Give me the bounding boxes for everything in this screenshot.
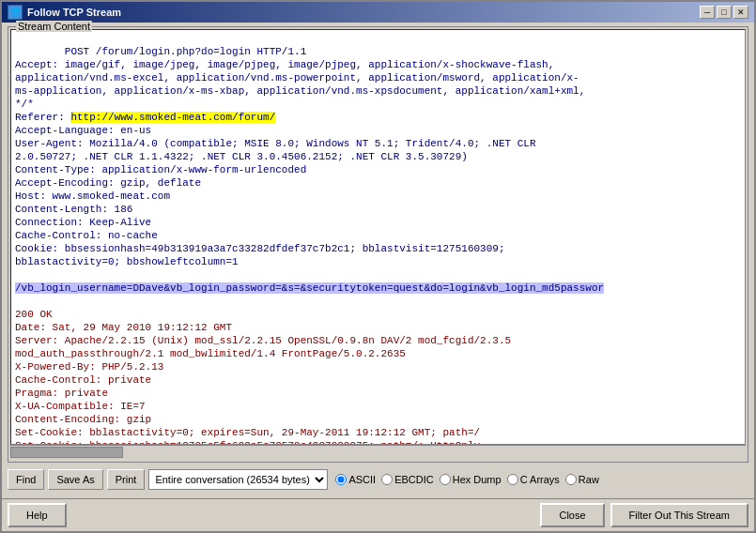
bottom-bar: Help Close Filter Out This Stream xyxy=(2,498,754,531)
title-bar-left: 🌐 Follow TCP Stream xyxy=(8,5,121,20)
radio-raw-label: Raw xyxy=(579,474,599,485)
title-buttons: ─ □ ✕ xyxy=(700,6,748,19)
radio-carrays-input[interactable] xyxy=(507,474,518,485)
stream-select[interactable]: Entire conversation (26534 bytes) xyxy=(148,469,328,490)
radio-group: ASCII EBCDIC Hex Dump C Arrays Raw xyxy=(335,474,598,485)
hscroll-thumb[interactable] xyxy=(10,447,123,458)
radio-hexdump-label: Hex Dump xyxy=(453,474,501,485)
radio-hexdump-input[interactable] xyxy=(440,474,451,485)
stream-text-line1: POST /forum/login.php?do=login HTTP/1.1 … xyxy=(15,46,604,445)
radio-ebcdic[interactable]: EBCDIC xyxy=(381,474,434,485)
follow-tcp-stream-window: 🌐 Follow TCP Stream ─ □ ✕ Stream Content… xyxy=(0,0,756,533)
help-button[interactable]: Help xyxy=(8,503,67,527)
stream-content-group: Stream Content POST /forum/login.php?do=… xyxy=(8,26,748,463)
bottom-right-buttons: Close Filter Out This Stream xyxy=(540,503,748,527)
window-title: Follow TCP Stream xyxy=(27,7,121,18)
bottom-left-buttons: Help xyxy=(8,503,67,527)
close-window-button[interactable]: ✕ xyxy=(733,6,748,19)
horizontal-scrollbar[interactable] xyxy=(10,445,746,460)
radio-ascii-label: ASCII xyxy=(348,474,376,485)
radio-hex-dump[interactable]: Hex Dump xyxy=(440,474,501,485)
radio-ebcdic-input[interactable] xyxy=(381,474,393,485)
radio-ascii-input[interactable] xyxy=(335,474,347,485)
radio-ascii[interactable]: ASCII xyxy=(335,474,376,485)
filter-out-button[interactable]: Filter Out This Stream xyxy=(610,503,748,527)
save-as-button[interactable]: Save As xyxy=(48,469,102,490)
print-button[interactable]: Print xyxy=(107,469,146,490)
referer-url: http://www.smoked-meat.com/forum/ xyxy=(70,112,275,123)
window-body: Stream Content POST /forum/login.php?do=… xyxy=(2,23,754,498)
window-icon: 🌐 xyxy=(8,5,23,20)
find-button[interactable]: Find xyxy=(8,469,44,490)
hscroll-track[interactable] xyxy=(10,446,746,460)
radio-raw-input[interactable] xyxy=(565,474,577,485)
group-box-label: Stream Content xyxy=(16,21,92,32)
stream-content-area[interactable]: POST /forum/login.php?do=login HTTP/1.1 … xyxy=(10,29,746,445)
radio-ebcdic-label: EBCDIC xyxy=(394,474,434,485)
radio-carrays-label: C Arrays xyxy=(520,474,560,485)
radio-raw[interactable]: Raw xyxy=(565,474,599,485)
minimize-button[interactable]: ─ xyxy=(700,6,715,19)
maximize-button[interactable]: □ xyxy=(717,6,732,19)
radio-c-arrays[interactable]: C Arrays xyxy=(507,474,560,485)
close-button[interactable]: Close xyxy=(540,503,604,527)
title-bar: 🌐 Follow TCP Stream ─ □ ✕ xyxy=(2,2,754,23)
toolbar-row: Find Save As Print Entire conversation (… xyxy=(8,466,748,493)
